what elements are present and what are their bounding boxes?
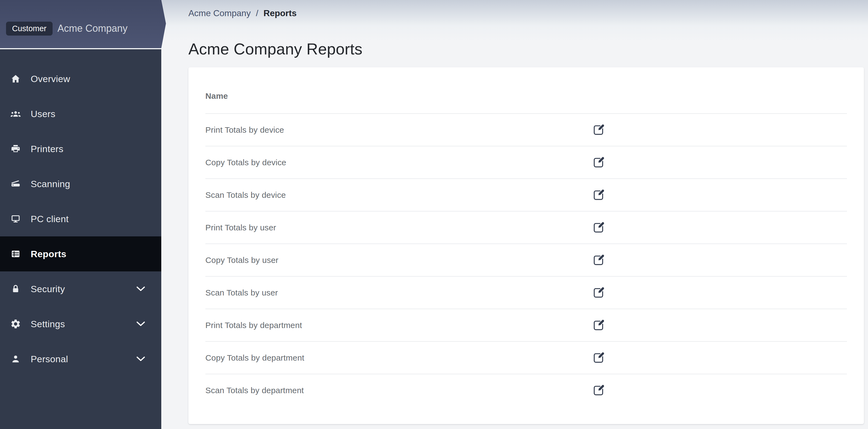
gear-icon [10, 319, 21, 329]
edit-icon [592, 124, 605, 136]
edit-report-button[interactable] [592, 156, 605, 169]
sidebar-header-divider [0, 48, 161, 49]
report-name: Print Totals by device [205, 125, 284, 135]
report-name: Scan Totals by user [205, 288, 278, 297]
edit-icon [592, 384, 605, 397]
sidebar-item-label: Printers [31, 144, 64, 154]
edit-icon [592, 287, 605, 299]
edit-report-button[interactable] [592, 254, 605, 266]
sidebar-header-band: Customer Acme Company [0, 0, 166, 48]
breadcrumb-link-company[interactable]: Acme Company [188, 8, 251, 18]
edit-report-button[interactable] [592, 384, 605, 397]
company-name: Acme Company [58, 23, 128, 34]
sidebar-item-label: Security [31, 284, 65, 294]
app-root: { "sidebar": { "header": { "badge_label"… [0, 0, 868, 429]
table-row: Print Totals by user [205, 211, 847, 243]
sidebar-item-label: PC client [31, 214, 69, 224]
sidebar-item-label: Personal [31, 354, 68, 364]
edit-report-button[interactable] [592, 221, 605, 234]
edit-icon [592, 221, 605, 234]
breadcrumb-separator: / [256, 8, 258, 18]
edit-icon [592, 189, 605, 201]
sidebar-item-users[interactable]: Users [0, 96, 161, 131]
breadcrumb-current-page: Reports [264, 8, 297, 18]
table-row: Copy Totals by department [205, 341, 847, 374]
edit-icon [592, 254, 605, 266]
printer-icon [10, 143, 21, 154]
table-row: Scan Totals by device [205, 178, 847, 211]
sidebar-item-reports[interactable]: Reports [0, 236, 161, 271]
edit-icon [592, 156, 605, 169]
customer-badge: Customer [6, 22, 53, 36]
table-row: Copy Totals by user [205, 243, 847, 276]
edit-report-button[interactable] [592, 352, 605, 364]
person-icon [10, 354, 21, 364]
breadcrumb: Acme Company / Reports [188, 8, 297, 18]
sidebar-item-scanning[interactable]: Scanning [0, 166, 161, 201]
reports-card: Name Print Totals by deviceCopy Totals b… [188, 67, 864, 424]
sidebar-item-label: Settings [31, 319, 65, 329]
report-name: Copy Totals by user [205, 256, 278, 265]
edit-icon [592, 352, 605, 364]
report-name: Copy Totals by department [205, 353, 304, 363]
sidebar-item-personal[interactable]: Personal [0, 341, 161, 376]
scanner-icon [10, 178, 21, 189]
page-title: Acme Company Reports [188, 40, 363, 58]
main-content: Acme Company / Reports Acme Company Repo… [161, 0, 868, 429]
chevron-down-icon[interactable] [136, 286, 146, 292]
sidebar-item-label: Reports [31, 249, 66, 259]
report-name: Print Totals by department [205, 321, 302, 330]
sidebar-item-pc-client[interactable]: PC client [0, 201, 161, 236]
sidebar-item-security[interactable]: Security [0, 271, 161, 306]
sidebar-item-label: Users [31, 109, 55, 119]
edit-report-button[interactable] [592, 124, 605, 136]
sidebar-nav: OverviewUsersPrintersScanningPC clientRe… [0, 49, 161, 376]
report-name: Print Totals by user [205, 223, 276, 232]
report-name: Copy Totals by device [205, 158, 286, 167]
home-icon [10, 73, 21, 84]
reports-table: Print Totals by deviceCopy Totals by dev… [205, 113, 847, 406]
edit-report-button[interactable] [592, 287, 605, 299]
chevron-down-icon[interactable] [136, 356, 146, 362]
table-row: Print Totals by device [205, 113, 847, 146]
sidebar-item-overview[interactable]: Overview [0, 61, 161, 96]
column-header-name: Name [205, 91, 228, 101]
table-row: Print Totals by department [205, 308, 847, 341]
table-row: Copy Totals by device [205, 146, 847, 178]
report-name: Scan Totals by device [205, 191, 286, 200]
lock-icon [10, 284, 21, 294]
users-icon [10, 108, 21, 119]
report-name: Scan Totals by department [205, 386, 304, 395]
edit-report-button[interactable] [592, 189, 605, 201]
sidebar-item-label: Overview [31, 74, 70, 84]
edit-icon [592, 319, 605, 332]
table-header-row: Name [205, 67, 847, 113]
table-icon [10, 249, 21, 259]
sidebar: Customer Acme Company OverviewUsersPrint… [0, 0, 161, 429]
sidebar-item-settings[interactable]: Settings [0, 306, 161, 341]
monitor-icon [10, 213, 21, 224]
table-row: Scan Totals by department [205, 374, 847, 406]
edit-report-button[interactable] [592, 319, 605, 332]
sidebar-item-printers[interactable]: Printers [0, 131, 161, 166]
sidebar-item-label: Scanning [31, 179, 70, 189]
chevron-down-icon[interactable] [136, 321, 146, 327]
table-row: Scan Totals by user [205, 276, 847, 308]
